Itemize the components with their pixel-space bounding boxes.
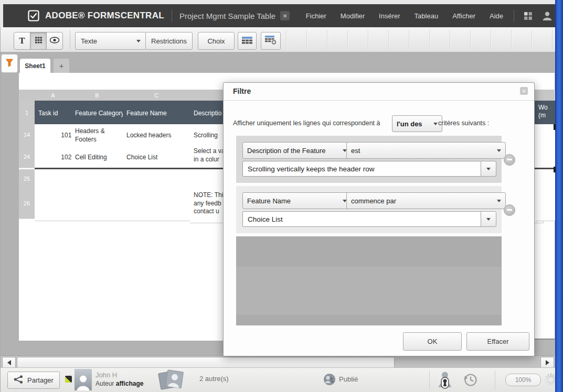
cell-b25[interactable] bbox=[71, 169, 131, 191]
remove-criterion-2-button[interactable] bbox=[504, 204, 515, 216]
empty-band bbox=[236, 315, 502, 325]
statusbar-divider bbox=[429, 371, 430, 389]
empty-band bbox=[236, 236, 502, 267]
adobe-formscentral-logo-icon bbox=[27, 9, 40, 22]
clipped-content-fragment bbox=[554, 167, 556, 172]
dialog-title: Filtre bbox=[233, 87, 251, 95]
add-table-icon bbox=[264, 35, 277, 47]
document-close-button[interactable]: ✕ bbox=[280, 11, 290, 20]
topbar-divider bbox=[172, 9, 172, 22]
apps-grid-icon[interactable] bbox=[524, 12, 533, 20]
remove-criterion-1-button[interactable] bbox=[504, 154, 515, 166]
privacy-keyhole-icon[interactable] bbox=[438, 371, 452, 391]
criterion-value-input[interactable] bbox=[242, 211, 481, 227]
column-header-a[interactable]: A bbox=[35, 90, 72, 101]
add-sheet-tab[interactable]: + bbox=[54, 59, 69, 73]
filter-button[interactable] bbox=[1, 54, 18, 73]
user-avatar[interactable] bbox=[75, 369, 92, 390]
table-view-button[interactable] bbox=[238, 32, 257, 50]
current-user-name: John H bbox=[95, 371, 117, 379]
scroll-right-button[interactable] bbox=[540, 357, 554, 368]
row-header-25[interactable]: 25 bbox=[19, 169, 35, 189]
criterion-value-dropdown-button[interactable] bbox=[481, 211, 496, 227]
cell-c25[interactable] bbox=[123, 169, 198, 191]
cell-c26[interactable] bbox=[123, 188, 198, 221]
add-sheet-label: + bbox=[59, 62, 63, 70]
cell-text: (m bbox=[538, 112, 557, 119]
row-header-14[interactable]: 14 bbox=[19, 124, 35, 146]
formscentral-app: ADOBE® FORMSCENTRAL Project Mgmt Sample … bbox=[0, 0, 563, 392]
criterion-row-2: Feature Name commence par bbox=[236, 186, 502, 233]
corner-header[interactable] bbox=[19, 90, 35, 101]
column-header-b[interactable]: B bbox=[71, 90, 123, 101]
criterion-row-1: Description of the Feature est bbox=[236, 136, 502, 183]
arrow-right-icon bbox=[546, 360, 549, 365]
choices-button[interactable]: Choix bbox=[198, 32, 235, 50]
empty-band bbox=[236, 267, 502, 315]
user-account-icon[interactable] bbox=[542, 11, 553, 21]
cell-c14[interactable]: Locked headers bbox=[123, 124, 198, 148]
field-type-label: Texte bbox=[81, 37, 97, 45]
chevron-down-icon bbox=[486, 168, 491, 170]
ok-button[interactable]: OK bbox=[403, 332, 462, 351]
instruction-suffix: critères suivants : bbox=[438, 119, 489, 127]
horizontal-scrollbar[interactable] bbox=[0, 355, 555, 368]
grid-icon bbox=[35, 36, 43, 46]
criterion-operator-dropdown[interactable]: commence par bbox=[346, 192, 506, 209]
cell-c24[interactable]: Choice List bbox=[123, 145, 198, 170]
add-table-button[interactable] bbox=[261, 32, 281, 50]
clear-button[interactable]: Effacer bbox=[466, 332, 529, 351]
restrictions-button[interactable]: Restrictions bbox=[145, 32, 193, 50]
published-status-icon bbox=[323, 373, 336, 388]
cell-c1[interactable]: Feature Name bbox=[123, 101, 198, 127]
chevron-down-icon bbox=[486, 218, 491, 221]
scrollbar-thumb[interactable] bbox=[17, 357, 395, 368]
menu-afficher[interactable]: Afficher bbox=[452, 12, 475, 20]
topbar-divider bbox=[514, 9, 514, 22]
row-header-26[interactable]: 26 bbox=[19, 188, 35, 219]
row-header-24[interactable]: 24 bbox=[19, 145, 35, 168]
filter-funnel-icon bbox=[5, 58, 14, 69]
menu-modifier[interactable]: Modifier bbox=[341, 12, 365, 20]
match-mode-dropdown[interactable]: l'un des bbox=[392, 115, 442, 132]
scroll-left-button[interactable] bbox=[2, 357, 16, 368]
zoom-level-control[interactable]: 100% bbox=[505, 374, 541, 386]
row-header-1[interactable]: 1 bbox=[19, 101, 35, 125]
choices-label: Choix bbox=[207, 37, 225, 45]
restrictions-label: Restrictions bbox=[151, 37, 187, 45]
cell-b24[interactable]: Cell Editing bbox=[71, 145, 131, 170]
criterion-field-dropdown[interactable]: Feature Name bbox=[242, 192, 352, 209]
top-bar: ADOBE® FORMSCENTRAL Project Mgmt Sample … bbox=[3, 4, 563, 27]
criterion-field-dropdown[interactable]: Description of the Feature bbox=[242, 142, 352, 159]
menu-inserer[interactable]: Insérer bbox=[379, 12, 400, 20]
criterion-value-dropdown-button[interactable] bbox=[481, 161, 496, 177]
dialog-close-button[interactable]: ✕ bbox=[520, 87, 528, 95]
share-button[interactable]: Partager bbox=[7, 372, 60, 389]
criterion-operator-dropdown[interactable]: est bbox=[346, 142, 506, 159]
filter-dialog: Filtre ✕ Afficher uniquement les lignes … bbox=[223, 82, 535, 356]
role-prefix: Auteur bbox=[95, 380, 114, 387]
chevron-down-icon bbox=[136, 40, 141, 42]
share-label: Partager bbox=[27, 376, 54, 384]
field-type-dropdown[interactable]: Texte bbox=[75, 32, 146, 50]
menu-tableau[interactable]: Tableau bbox=[415, 12, 439, 20]
other-users-count: 2 autre(s) bbox=[199, 375, 229, 383]
menu-fichier[interactable]: Fichier bbox=[306, 12, 326, 20]
preview-button[interactable] bbox=[47, 32, 62, 49]
cell-b14[interactable]: Headers & Footers bbox=[71, 124, 131, 148]
column-header-e[interactable] bbox=[536, 90, 555, 101]
document-title: Project Mgmt Sample Table bbox=[179, 12, 275, 20]
menu-aide[interactable]: Aide bbox=[490, 12, 503, 20]
tab-sheet1[interactable]: Sheet1 bbox=[20, 59, 50, 73]
role-value: affichage bbox=[116, 380, 144, 387]
text-tool-button[interactable]: T bbox=[14, 32, 30, 49]
grid-view-button[interactable] bbox=[30, 32, 47, 49]
cell-b1[interactable]: Feature Category bbox=[71, 101, 131, 127]
other-users-icon[interactable] bbox=[157, 368, 186, 392]
history-clock-icon[interactable] bbox=[463, 372, 479, 390]
criterion-value-input[interactable] bbox=[242, 161, 481, 177]
view-mode-segment: T bbox=[14, 32, 63, 50]
column-header-c[interactable]: C bbox=[123, 90, 190, 101]
cell-b26[interactable] bbox=[71, 188, 131, 221]
menu-bar: Fichier Modifier Insérer Tableau Affiche… bbox=[306, 12, 503, 20]
